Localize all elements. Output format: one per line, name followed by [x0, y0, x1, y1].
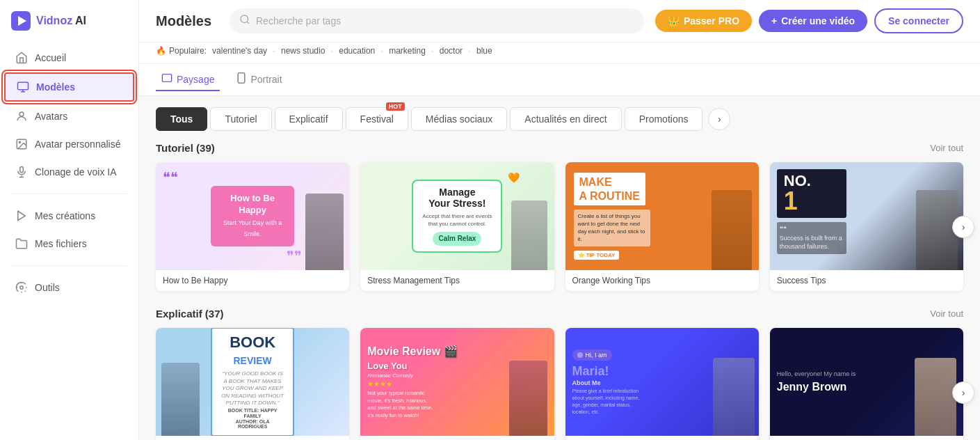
hot-badge: HOT	[386, 102, 405, 111]
login-button[interactable]: Se connecter	[874, 8, 963, 33]
explicatif-grid-next[interactable]: ›	[952, 382, 974, 404]
sidebar-nav: Accueil Modèles	[0, 45, 138, 429]
tag-valentines[interactable]: valentine's day	[212, 46, 267, 56]
template-card-happy[interactable]: ❝❝ How to Be HappyStart Your Day with a …	[156, 162, 349, 291]
template-card-book[interactable]: BOOKREVIEW "Your good book is a book tha…	[156, 328, 349, 440]
template-book-label: Book Review	[156, 436, 349, 440]
explicatif-section-header: Explicatif (37) Voir tout	[156, 308, 963, 320]
cat-promotions-label: Promotions	[639, 113, 689, 125]
tutoriel-section-header: Tutoriel (39) Voir tout	[156, 142, 963, 154]
template-card-movie[interactable]: Movie Review 🎬 Love You Romantic Comedy …	[360, 328, 554, 440]
create-video-button[interactable]: + Créer une vidéo	[759, 10, 867, 32]
cat-tab-tutoriel[interactable]: Tutoriel	[210, 107, 271, 131]
search-icon	[239, 14, 250, 28]
sidebar-modeles-label: Modèles	[36, 81, 75, 93]
logo-text: Vidnoz AI	[36, 15, 86, 27]
passer-pro-button[interactable]: 👑 Passer PRO	[655, 10, 752, 32]
sidebar-item-clonage[interactable]: Clonage de voix IA	[4, 159, 134, 185]
tutoriel-grid-next[interactable]: ›	[952, 216, 974, 238]
sidebar-avperso-label: Avatar personnalisé	[35, 139, 120, 150]
cat-tab-festival[interactable]: Festival HOT	[346, 107, 408, 131]
portrait-icon	[236, 72, 246, 86]
sidebar-item-modeles[interactable]: Modèles	[4, 72, 134, 102]
cat-tab-medias[interactable]: Médias sociaux	[411, 107, 508, 131]
tag-blue[interactable]: blue	[476, 46, 492, 56]
sidebar-avatars-label: Avatars	[35, 111, 67, 122]
template-success-label: Success Tips	[770, 270, 963, 291]
sidebar-item-outils[interactable]: Outils	[4, 274, 134, 301]
template-card-stress[interactable]: ManageYour Stress! Accept that there are…	[360, 162, 554, 291]
cat-tab-promotions[interactable]: Promotions	[625, 107, 703, 131]
header-actions: 👑 Passer PRO + Créer une vidéo Se connec…	[655, 8, 963, 33]
search-input[interactable]	[256, 15, 634, 26]
content-area: Tous Tutoriel Explicatif Festival HOT Mé…	[139, 96, 980, 440]
cat-festival-label: Festival	[360, 113, 394, 125]
tab-paysage[interactable]: Paysage	[156, 68, 220, 91]
svg-point-8	[19, 141, 20, 143]
paysage-icon	[161, 72, 172, 86]
cat-explicatif-label: Explicatif	[289, 113, 328, 125]
cat-tab-tous[interactable]: Tous	[156, 107, 207, 131]
sidebar-item-avatar-perso[interactable]: Avatar personnalisé	[4, 131, 134, 157]
home-icon	[15, 52, 28, 64]
main-content: Modèles 👑 Passer PRO + Créer une vidéo S…	[139, 0, 980, 440]
sidebar-item-accueil[interactable]: Accueil	[4, 45, 134, 71]
popular-tags-bar: 🔥 Populaire: valentine's day · news stud…	[139, 42, 980, 64]
tutoriel-title: Tutoriel (39)	[156, 142, 215, 154]
fire-icon: 🔥	[156, 46, 166, 56]
cat-tutoriel-label: Tutoriel	[225, 113, 257, 125]
tag-marketing[interactable]: marketing	[389, 46, 426, 56]
cat-tab-actualites[interactable]: Actualités en direct	[510, 107, 621, 131]
cat-tab-explicatif[interactable]: Explicatif	[275, 107, 343, 131]
svg-rect-17	[239, 73, 246, 83]
template-happy-label: How to Be Happy	[156, 270, 349, 291]
avatar-perso-icon	[15, 138, 28, 150]
crown-icon: 👑	[668, 15, 680, 26]
svg-line-15	[247, 22, 249, 24]
orientation-tabs: Paysage Portrait	[139, 64, 980, 96]
sidebar-divider	[11, 194, 127, 194]
template-card-intro[interactable]: Hello, everyone! My name is Jenny Brown …	[770, 328, 963, 440]
explicatif-title: Explicatif (37)	[156, 308, 224, 320]
cat-medias-label: Médias sociaux	[426, 113, 493, 125]
tab-portrait[interactable]: Portrait	[231, 68, 287, 91]
cat-actualites-label: Actualités en direct	[524, 113, 607, 125]
svg-rect-16	[162, 74, 171, 82]
outils-icon	[15, 281, 28, 294]
explicatif-grid: BOOKREVIEW "Your good book is a book tha…	[156, 328, 963, 440]
sidebar-creations-label: Mes créations	[35, 210, 95, 221]
avatars-icon	[15, 110, 28, 123]
category-tabs: Tous Tutoriel Explicatif Festival HOT Mé…	[156, 107, 963, 131]
portrait-label: Portrait	[250, 74, 282, 85]
sidebar-fichiers-label: Mes fichiers	[35, 238, 87, 249]
svg-point-13	[20, 286, 24, 290]
template-card-resume[interactable]: Hi, I am Maria! About Me Please give a b…	[565, 328, 759, 440]
logo: Vidnoz AI	[0, 11, 138, 45]
plus-icon: +	[771, 15, 777, 26]
logo-icon	[11, 11, 31, 31]
cat-tabs-next-arrow[interactable]: ›	[708, 108, 730, 130]
search-bar[interactable]	[230, 8, 644, 33]
template-resume-label: Resume	[565, 436, 759, 440]
sidebar-outils-label: Outils	[35, 282, 60, 293]
template-card-success[interactable]: NO.1 ❝❝Success is built from a thousand …	[770, 162, 963, 291]
cat-tous-label: Tous	[170, 113, 193, 125]
mes-fichiers-icon	[15, 237, 28, 250]
pro-label: Passer PRO	[684, 15, 739, 26]
sidebar-item-mes-creations[interactable]: Mes créations	[4, 203, 134, 229]
svg-marker-12	[18, 211, 26, 221]
sidebar-item-avatars[interactable]: Avatars	[4, 103, 134, 129]
tag-doctor[interactable]: doctor	[440, 46, 463, 56]
tag-education[interactable]: education	[339, 46, 375, 56]
tutoriel-see-all[interactable]: Voir tout	[930, 143, 963, 153]
template-intro-label: Self Introduction	[770, 436, 963, 440]
sidebar-clonage-label: Clonage de voix IA	[35, 166, 117, 178]
template-movie-label: Movie Review	[360, 436, 554, 440]
mes-creations-icon	[15, 210, 28, 222]
template-stress-label: Stress Management Tips	[360, 270, 554, 291]
sidebar-item-mes-fichiers[interactable]: Mes fichiers	[4, 230, 134, 257]
tag-news-studio[interactable]: news studio	[281, 46, 325, 56]
clonage-icon	[15, 166, 28, 178]
explicatif-see-all[interactable]: Voir tout	[930, 308, 963, 319]
template-card-orange[interactable]: MAKEA ROUTINE Create a list of things yo…	[565, 162, 759, 291]
